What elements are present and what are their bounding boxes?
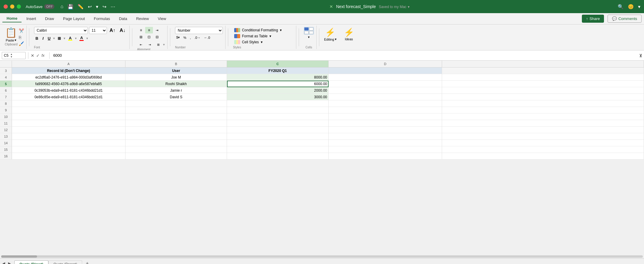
align-top-left[interactable]: ≡ (137, 27, 145, 33)
tab-formulas[interactable]: Formulas (90, 15, 114, 22)
cell-D8[interactable] (329, 100, 442, 107)
add-sheet-button[interactable]: + (83, 260, 91, 264)
cell-A4[interactable]: ec2df6a0-2476-e911-a984-000d3af069bd (12, 74, 125, 81)
format-as-table-button[interactable]: Format as Table ▾ (233, 33, 272, 39)
tab-home[interactable]: Home (2, 15, 22, 22)
col-header-A[interactable]: A (12, 61, 125, 67)
cell-D10[interactable] (329, 113, 442, 120)
cell-C10[interactable] (227, 113, 329, 120)
cell-A5[interactable]: fa990682-4560-4376-a9b8-a6e587ebfa85 (12, 81, 125, 87)
align-left[interactable]: ⊞ (137, 34, 145, 40)
undo-dropdown[interactable]: ▾ (96, 4, 98, 10)
close-button[interactable] (4, 4, 8, 9)
cell-C8[interactable] (227, 100, 329, 107)
increase-decimal[interactable]: ←.0 (203, 35, 211, 40)
cell-B15[interactable] (125, 146, 227, 153)
copy-icon[interactable]: ⎘ (19, 35, 24, 41)
comma-button[interactable]: , (189, 35, 192, 40)
cell-C16[interactable] (227, 153, 329, 159)
cell-C14[interactable] (227, 140, 329, 146)
tab-view[interactable]: View (154, 15, 170, 22)
cell-C9[interactable] (227, 107, 329, 113)
tab-page-layout[interactable]: Page Layout (59, 15, 89, 22)
account-icon[interactable]: 😊 (628, 4, 634, 10)
formula-input[interactable] (52, 53, 639, 58)
cut-icon[interactable]: ✂️ (19, 28, 24, 34)
account-dropdown[interactable]: ▾ (638, 4, 640, 10)
decrease-decimal[interactable]: .0→ (193, 35, 202, 40)
cell-A14[interactable] (12, 140, 125, 146)
cell-styles-button[interactable]: Cell Styles ▾ (233, 39, 264, 45)
cell-A9[interactable] (12, 107, 125, 113)
cell-B3[interactable]: User (125, 67, 227, 74)
italic-button[interactable]: I (41, 35, 45, 42)
share-button[interactable]: ↑ Share (582, 15, 604, 23)
align-top-center[interactable]: ≡ (145, 27, 153, 33)
tab-data[interactable]: Data (115, 15, 131, 22)
cell-D15[interactable] (329, 146, 442, 153)
cell-B4[interactable]: Joe M (125, 74, 227, 81)
sheet-tab-quota-parent[interactable]: Quota (Parent) (48, 260, 82, 264)
cell-C4[interactable]: 8000.00 (227, 74, 329, 81)
cell-A6[interactable]: 0c39053b-eda9-e811-8181-c4346bdd21d1 (12, 87, 125, 94)
horizontal-scrollbar[interactable] (1, 255, 643, 258)
undo-icon[interactable]: ↩ (88, 4, 92, 10)
fill-color-button[interactable]: A (67, 35, 74, 42)
increase-font-size[interactable]: A↑ (108, 27, 117, 34)
accounting-button[interactable]: $▾ (175, 35, 181, 40)
cell-C13[interactable] (227, 133, 329, 140)
cell-B8[interactable] (125, 100, 227, 107)
col-header-D[interactable]: D (329, 61, 442, 67)
cell-B12[interactable] (125, 127, 227, 133)
decrease-indent[interactable]: ⇤ (137, 41, 145, 48)
col-header-B[interactable]: B (125, 61, 227, 67)
cell-C7[interactable]: 3000.00 (227, 94, 329, 100)
tab-review[interactable]: Review (132, 15, 153, 22)
cell-C12[interactable] (227, 127, 329, 133)
search-icon[interactable]: 🔍 (618, 4, 624, 10)
ideas-button[interactable]: ⚡ Ideas (341, 27, 357, 42)
font-size-select[interactable]: 11 (89, 27, 107, 34)
home-icon[interactable]: ⌂ (60, 4, 63, 10)
sheet-tab-quota-direct[interactable]: Quota (Direct) (14, 260, 48, 264)
cell-D14[interactable] (329, 140, 442, 146)
edit-icon[interactable]: ✏️ (78, 4, 84, 10)
tab-insert[interactable]: Insert (22, 15, 40, 22)
cell-C5[interactable]: 6000.00 (227, 81, 329, 87)
sheet-next-arrow[interactable]: ▶ (7, 261, 12, 264)
cell-A10[interactable] (12, 113, 125, 120)
wrap-text[interactable]: ⇥ (153, 27, 161, 33)
cell-ref-down[interactable]: ▼ (10, 56, 13, 58)
cell-reference-box[interactable]: C5 ▲ ▼ (2, 52, 26, 59)
number-format-select[interactable]: Number (175, 27, 223, 34)
cell-B16[interactable] (125, 153, 227, 159)
cell-A7[interactable]: 0e86c85e-eda9-e811-8181-c4346bdd21d1 (12, 94, 125, 100)
cell-B6[interactable]: Jamie r (125, 87, 227, 94)
comments-button[interactable]: 💬 Comments (608, 15, 642, 23)
cell-D9[interactable] (329, 107, 442, 113)
cell-C3[interactable]: FY2020 Q1 (227, 67, 329, 74)
percent-button[interactable]: % (182, 35, 188, 40)
cell-A8[interactable] (12, 100, 125, 107)
align-right[interactable]: ⊟ (153, 34, 161, 40)
more-icon[interactable]: ⋯ (111, 4, 115, 10)
cell-D4[interactable] (329, 74, 442, 81)
cell-A3[interactable]: Record Id (Don't Change) (12, 67, 125, 74)
formula-cancel[interactable]: ✕ (31, 53, 34, 58)
border-button[interactable]: ⊞ (56, 35, 62, 42)
paste-dropdown[interactable]: ▾ (15, 38, 16, 42)
cell-A12[interactable] (12, 127, 125, 133)
cell-B13[interactable] (125, 133, 227, 140)
cell-B7[interactable]: David S (125, 94, 227, 100)
tab-draw[interactable]: Draw (41, 15, 58, 22)
maximize-button[interactable] (17, 4, 21, 9)
font-name-select[interactable]: Calibri (34, 27, 88, 34)
cell-D3[interactable] (329, 67, 442, 74)
cell-A13[interactable] (12, 133, 125, 140)
autosave-toggle[interactable]: AutoSave OFF (26, 4, 54, 9)
increase-indent[interactable]: ⇥ (146, 41, 154, 48)
cell-D11[interactable] (329, 120, 442, 127)
font-color-button[interactable]: A (78, 35, 85, 42)
cell-D6[interactable] (329, 87, 442, 94)
cell-C15[interactable] (227, 146, 329, 153)
